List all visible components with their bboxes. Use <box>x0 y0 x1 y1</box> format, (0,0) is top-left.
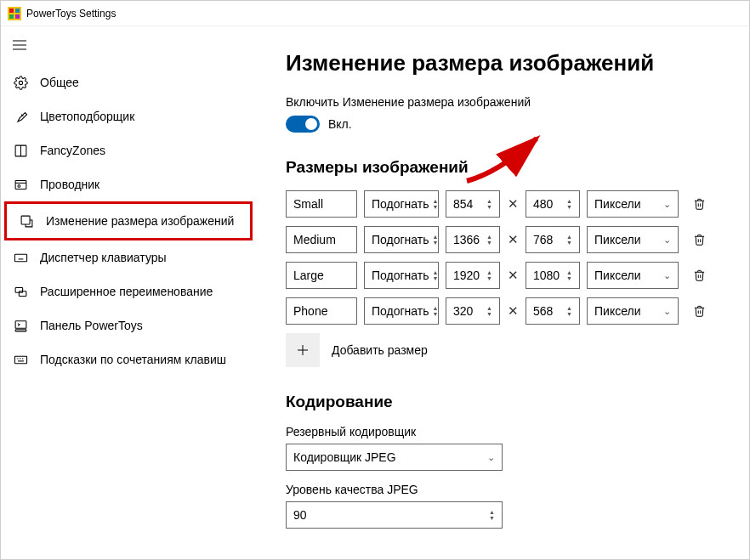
chevron-down-icon: ⌄ <box>663 270 671 281</box>
times-icon: ✕ <box>507 232 519 247</box>
sidebar-item-powerrename[interactable]: Расширенное переименование <box>1 274 256 308</box>
sidebar-item-label: Общее <box>40 76 79 89</box>
window-body: Общее Цветоподборщик FancyZones Проводни… <box>1 26 749 559</box>
spinner-icon: ▲▼ <box>566 234 572 246</box>
chevron-down-icon: ⌄ <box>663 235 671 246</box>
sidebar-item-explorer[interactable]: Проводник <box>1 167 256 201</box>
times-icon: ✕ <box>507 303 519 319</box>
svg-rect-25 <box>14 356 26 364</box>
sidebar-item-label: Изменение размера изображений <box>46 214 234 228</box>
keyboard-icon <box>13 250 28 265</box>
size-width-input[interactable]: 1920▲▼ <box>446 262 500 289</box>
size-fit-select[interactable]: Подогнать▲▼ <box>364 226 439 253</box>
delete-size-button[interactable] <box>690 195 707 212</box>
size-name-input[interactable]: Phone <box>286 297 357 325</box>
selection-highlight: Изменение размера изображений <box>4 201 253 240</box>
toggle-row: Вкл. <box>286 116 725 133</box>
add-size-label: Добавить размер <box>332 343 428 357</box>
sidebar-item-fancyzones[interactable]: FancyZones <box>1 133 256 167</box>
encoding-heading: Кодирование <box>286 393 725 411</box>
sidebar-item-label: Диспетчер клавиатуры <box>40 251 167 264</box>
page-title: Изменение размера изображений <box>286 50 725 76</box>
size-unit-select[interactable]: Пиксели⌄ <box>587 190 679 218</box>
spinner-icon: ▲▼ <box>433 269 439 281</box>
times-icon: ✕ <box>507 268 519 283</box>
svg-point-13 <box>17 184 20 187</box>
spinner-icon: ▲▼ <box>486 198 492 210</box>
svg-rect-14 <box>21 216 30 224</box>
delete-size-button[interactable] <box>690 303 707 320</box>
shortcut-icon <box>13 352 28 367</box>
svg-rect-2 <box>15 8 20 13</box>
sidebar-item-label: Подсказки по сочетаниям клавиш <box>40 353 226 366</box>
chevron-down-icon: ⌄ <box>663 199 671 210</box>
svg-rect-1 <box>9 8 14 13</box>
enable-toggle[interactable] <box>286 116 320 133</box>
size-unit-select[interactable]: Пиксели⌄ <box>587 297 679 325</box>
size-row: SmallПодогнать▲▼854▲▼✕480▲▼Пиксели⌄ <box>286 190 725 218</box>
eyedropper-icon <box>13 109 28 124</box>
spinner-icon: ▲▼ <box>486 234 492 246</box>
size-unit-select[interactable]: Пиксели⌄ <box>587 262 679 289</box>
sidebar-item-label: FancyZones <box>40 144 105 157</box>
size-fit-select[interactable]: Подогнать▲▼ <box>364 190 439 218</box>
size-width-input[interactable]: 1366▲▼ <box>446 226 500 253</box>
sizes-heading: Размеры изображений <box>286 158 725 177</box>
size-height-input[interactable]: 1080▲▼ <box>526 262 580 289</box>
toggle-state-text: Вкл. <box>328 117 352 131</box>
spinner-icon: ▲▼ <box>489 509 495 521</box>
image-resize-icon <box>19 213 34 229</box>
size-height-input[interactable]: 568▲▼ <box>526 297 580 325</box>
jpeg-quality-label: Уровень качества JPEG <box>286 483 725 496</box>
spinner-icon: ▲▼ <box>486 269 492 281</box>
fallback-encoder-value: Кодировщик JPEG <box>293 450 396 464</box>
spinner-icon: ▲▼ <box>566 269 572 281</box>
app-window: PowerToys Settings Общее Цветоподборщик <box>0 0 750 560</box>
sidebar-item-label: Проводник <box>40 178 99 191</box>
spinner-icon: ▲▼ <box>433 198 439 210</box>
spinner-icon: ▲▼ <box>433 305 439 317</box>
sidebar-item-run[interactable]: Панель PowerToys <box>1 308 256 342</box>
size-name-input[interactable]: Medium <box>286 226 357 253</box>
titlebar-text: PowerToys Settings <box>26 8 116 20</box>
sidebar-item-shortcut-guide[interactable]: Подсказки по сочетаниям клавиш <box>1 342 256 376</box>
svg-rect-3 <box>9 14 14 19</box>
run-icon <box>13 318 28 333</box>
size-width-input[interactable]: 854▲▼ <box>446 190 500 218</box>
svg-rect-23 <box>15 320 26 328</box>
size-row: LargeПодогнать▲▼1920▲▼✕1080▲▼Пиксели⌄ <box>286 262 725 289</box>
sidebar-item-label: Расширенное переименование <box>40 285 213 298</box>
sidebar-item-label: Цветоподборщик <box>40 110 134 123</box>
sidebar-item-general[interactable]: Общее <box>1 65 256 99</box>
sidebar-item-label: Панель PowerToys <box>40 319 143 332</box>
chevron-down-icon: ⌄ <box>487 452 495 463</box>
size-name-input[interactable]: Large <box>286 262 357 289</box>
preview-icon <box>13 177 28 192</box>
size-width-input[interactable]: 320▲▼ <box>446 297 500 325</box>
size-height-input[interactable]: 768▲▼ <box>526 226 580 253</box>
sidebar-item-keyboard-manager[interactable]: Диспетчер клавиатуры <box>1 240 256 274</box>
sidebar-item-image-resizer[interactable]: Изменение размера изображений <box>7 204 250 238</box>
hamburger-button[interactable] <box>1 30 38 60</box>
size-row: PhoneПодогнать▲▼320▲▼✕568▲▼Пиксели⌄ <box>286 297 725 325</box>
size-fit-select[interactable]: Подогнать▲▼ <box>364 297 439 325</box>
rename-icon <box>13 284 28 299</box>
svg-rect-24 <box>15 329 26 331</box>
jpeg-quality-input[interactable]: 90 ▲▼ <box>286 501 503 529</box>
sidebar: Общее Цветоподборщик FancyZones Проводни… <box>1 26 256 559</box>
size-name-input[interactable]: Small <box>286 190 357 218</box>
add-size-button[interactable] <box>286 333 320 367</box>
titlebar: PowerToys Settings <box>1 1 749 26</box>
jpeg-quality-value: 90 <box>293 508 307 522</box>
fallback-encoder-select[interactable]: Кодировщик JPEG ⌄ <box>286 444 503 471</box>
size-fit-select[interactable]: Подогнать▲▼ <box>364 262 439 289</box>
enable-label: Включить Изменение размера изображений <box>286 95 725 109</box>
sidebar-item-colorpicker[interactable]: Цветоподборщик <box>1 99 256 133</box>
size-height-input[interactable]: 480▲▼ <box>526 190 580 218</box>
size-unit-select[interactable]: Пиксели⌄ <box>587 226 679 253</box>
add-size-row: Добавить размер <box>286 333 725 367</box>
delete-size-button[interactable] <box>690 231 707 248</box>
spinner-icon: ▲▼ <box>566 305 572 317</box>
delete-size-button[interactable] <box>690 267 707 284</box>
svg-rect-11 <box>15 180 26 189</box>
